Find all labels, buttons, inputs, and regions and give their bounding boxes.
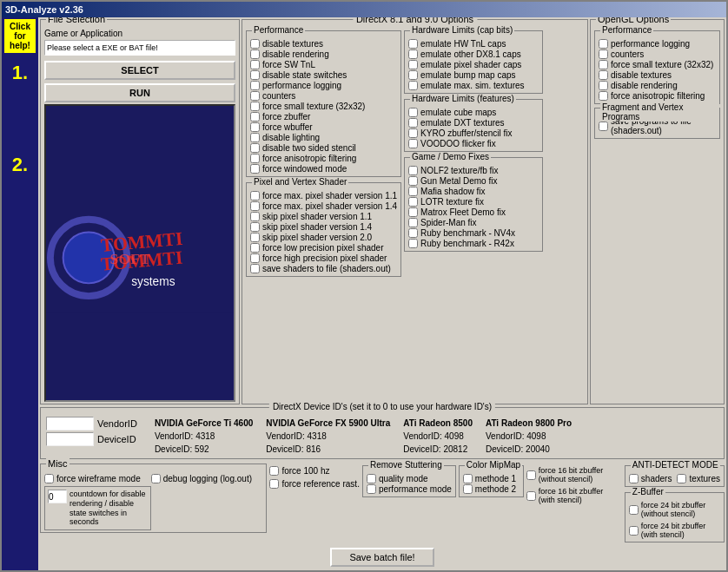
checkbox-label: emulate max. sim. textures — [420, 81, 524, 90]
list-item: force anisotropic filtering — [599, 91, 716, 101]
checkbox[interactable] — [250, 102, 260, 111]
device-id-input[interactable] — [46, 432, 94, 446]
zbuffer-title: Z-Buffer — [631, 487, 665, 496]
checkbox[interactable] — [250, 81, 260, 90]
checkbox[interactable] — [408, 60, 418, 69]
checkbox[interactable] — [408, 228, 418, 238]
list-item: force high precision pixel shader — [250, 253, 397, 263]
checkbox-label: force small texture (32x32) — [611, 60, 713, 69]
hw-features-title: Hardware Limits (features) — [410, 94, 516, 103]
device-id-label: DeviceID — [97, 434, 136, 444]
checkbox[interactable] — [250, 164, 260, 174]
force-16-stencil-check[interactable] — [526, 491, 536, 501]
checkbox[interactable] — [250, 253, 260, 263]
checkbox[interactable] — [599, 49, 608, 59]
anti-textures-check[interactable] — [677, 474, 686, 483]
checkbox[interactable] — [408, 197, 418, 207]
checkbox[interactable] — [250, 112, 260, 122]
run-button[interactable]: RUN — [44, 83, 235, 102]
checkbox[interactable] — [408, 187, 418, 196]
game-fixes-items: NOLF2 texture/fb fixGun Metal Demo fixMa… — [408, 166, 539, 248]
game-fixes-group: Game / Demo Fixes NOLF2 texture/fb fixGu… — [404, 157, 543, 252]
force-wireframe-check[interactable] — [44, 474, 54, 483]
checkbox-label: disable textures — [262, 39, 323, 49]
force-16-no-stencil-check[interactable] — [526, 470, 536, 480]
checkbox[interactable] — [408, 166, 418, 175]
checkbox[interactable] — [599, 60, 608, 69]
checkbox[interactable] — [250, 122, 260, 132]
checkbox[interactable] — [408, 70, 418, 80]
checkbox[interactable] — [408, 118, 418, 128]
list-item: Spider-Man fix — [408, 218, 539, 227]
z24-no-stencil-check[interactable] — [629, 505, 639, 515]
checkbox[interactable] — [408, 139, 418, 148]
checkbox-label: emulate cube maps — [420, 108, 496, 117]
debug-logging-check[interactable] — [151, 474, 161, 483]
checkbox[interactable] — [250, 39, 260, 49]
checkbox[interactable] — [599, 122, 608, 131]
checkbox-label: disable lighting — [262, 133, 320, 142]
checkbox-label: skip pixel shader version 2.0 — [262, 233, 372, 242]
force-ref-item: force reference rast. — [269, 479, 359, 489]
checkbox[interactable] — [250, 201, 260, 211]
checkbox[interactable] — [250, 143, 260, 153]
checkbox[interactable] — [408, 176, 418, 186]
z24-no-stencil: force 24 bit zbuffer(without stencil) — [629, 501, 705, 518]
force-ref-check[interactable] — [269, 479, 279, 489]
checkbox[interactable] — [599, 39, 608, 49]
checkbox[interactable] — [367, 474, 376, 483]
checkbox[interactable] — [408, 39, 418, 49]
card-info-list: NVIDIA GeForce Ti 4600VendorID: 4318Devi… — [155, 417, 572, 456]
list-item: emulate cube maps — [408, 108, 539, 117]
anti-zbuffer-col: ANTI-DETECT MODE shaders textures — [625, 464, 725, 544]
checkbox[interactable] — [250, 264, 260, 273]
device-ids-title: DirectX Device ID's (set it to 0 to use … — [269, 402, 495, 411]
opengl-performance-group: Performance performance loggingcountersf… — [594, 30, 720, 104]
countdown-input[interactable] — [48, 490, 67, 503]
z24-stencil-check[interactable] — [629, 526, 639, 536]
step1-label: 1. — [12, 62, 28, 84]
mip-items: methode 1methode 2 — [463, 474, 520, 494]
checkbox[interactable] — [408, 207, 418, 217]
checkbox[interactable] — [250, 70, 260, 80]
checkbox-label: save shaders to file (shaders.out) — [262, 264, 391, 273]
vendor-id-input[interactable] — [46, 417, 94, 431]
checkbox[interactable] — [408, 128, 418, 138]
checkbox[interactable] — [408, 81, 418, 90]
force-100hz-check[interactable] — [269, 466, 279, 476]
checkbox[interactable] — [463, 484, 473, 494]
force-100hz-item: force 100 hz — [269, 466, 359, 476]
checkbox[interactable] — [599, 91, 608, 101]
window-title: 3D-Analyze v2.36 — [5, 4, 83, 15]
checkbox[interactable] — [250, 154, 260, 163]
checkbox-label: VOODOO flicker fix — [420, 139, 496, 148]
checkbox[interactable] — [250, 133, 260, 142]
checkbox[interactable] — [463, 474, 473, 483]
anti-shaders-check[interactable] — [629, 474, 639, 483]
checkbox[interactable] — [250, 60, 260, 69]
checkbox[interactable] — [408, 239, 418, 248]
anti-textures: textures — [677, 474, 720, 483]
checkbox[interactable] — [599, 70, 608, 80]
checkbox[interactable] — [408, 218, 418, 227]
save-batch-button[interactable]: Save batch file! — [330, 548, 433, 567]
checkbox[interactable] — [599, 81, 608, 90]
checkbox[interactable] — [367, 484, 376, 494]
force-16-no-stencil: force 16 bit zbuffer(without stencil) — [526, 466, 622, 483]
list-item: disable state switches — [250, 70, 397, 80]
checkbox[interactable] — [250, 49, 260, 59]
pixel-shader-title: Pixel and Vertex Shader — [252, 177, 348, 187]
checkbox[interactable] — [250, 222, 260, 232]
checkbox-label: NOLF2 texture/fb fix — [420, 166, 498, 175]
checkbox[interactable] — [250, 212, 260, 221]
checkbox[interactable] — [250, 191, 260, 201]
checkbox[interactable] — [250, 243, 260, 253]
checkbox[interactable] — [408, 49, 418, 59]
click-help-button[interactable]: Click for help! — [4, 19, 36, 53]
checkbox[interactable] — [250, 91, 260, 101]
checkbox[interactable] — [250, 233, 260, 242]
checkbox[interactable] — [408, 108, 418, 117]
fragment-title: Fragment and Vertex Programs — [600, 102, 719, 122]
force-wireframe-label: force wireframe mode — [56, 474, 141, 483]
select-button[interactable]: SELECT — [44, 61, 235, 80]
